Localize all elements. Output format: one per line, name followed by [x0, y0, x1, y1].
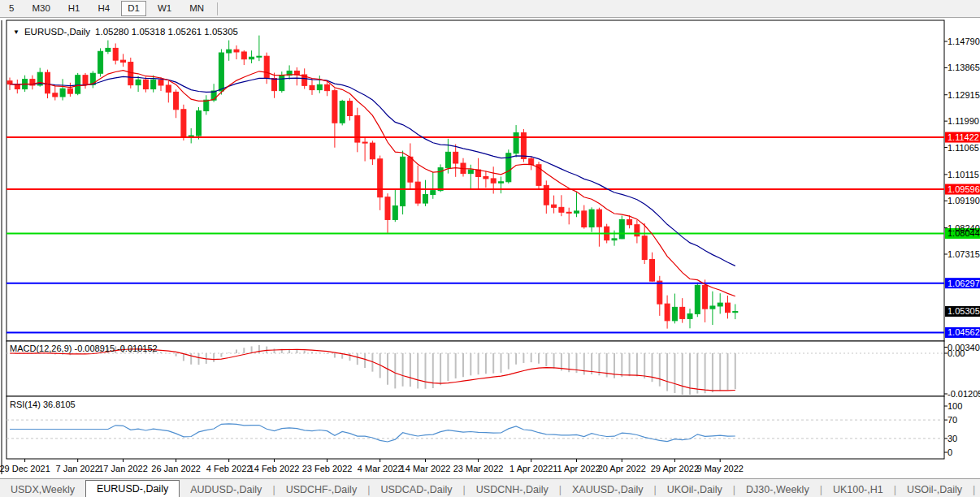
svg-text:26 Jan 2022: 26 Jan 2022 [151, 464, 201, 473]
svg-text:1.09596: 1.09596 [947, 184, 980, 194]
timeframe-button-W1[interactable]: W1 [151, 1, 178, 16]
svg-text:20 Apr 2022: 20 Apr 2022 [598, 464, 646, 473]
macd-indicator-label: MACD(12,26,9) -0.008915 -0.010152 [10, 344, 158, 353]
timeframe-button-H4[interactable]: H4 [91, 1, 116, 16]
svg-text:14 Mar 2022: 14 Mar 2022 [401, 464, 451, 473]
chart-title: ▼ EURUSD-,Daily 1.05280 1.05318 1.05261 … [13, 27, 238, 37]
svg-text:1.11422: 1.11422 [947, 132, 979, 142]
svg-text:-0.01205: -0.01205 [947, 389, 980, 399]
svg-text:100: 100 [947, 401, 962, 411]
svg-text:1.08240: 1.08240 [947, 223, 980, 233]
svg-text:4 Feb 2022: 4 Feb 2022 [206, 464, 252, 473]
chart-symbol-label: EURUSD-,Daily [24, 27, 90, 37]
tab-eurusd-daily[interactable]: EURUSD-,Daily [85, 480, 180, 497]
chart-canvas[interactable]: 1.114221.095961.080441.062971.045621.053… [0, 18, 980, 478]
svg-text:30: 30 [947, 434, 957, 443]
tab-usdx-weekly[interactable]: USDX,Weekly [0, 482, 85, 497]
chart-ohlc-values: 1.05280 1.05318 1.05261 1.05305 [95, 27, 238, 37]
svg-text:1.06297: 1.06297 [947, 279, 980, 288]
timeframe-button-H1[interactable]: H1 [62, 1, 87, 16]
svg-text:29 Apr 2022: 29 Apr 2022 [651, 464, 699, 473]
svg-text:1.10115: 1.10115 [947, 170, 979, 179]
svg-text:1.07315: 1.07315 [947, 249, 980, 259]
svg-text:1.04562: 1.04562 [947, 327, 980, 337]
tab-dj30-weekly[interactable]: DJ30-,Weekly [735, 482, 820, 497]
timeframe-button-M30[interactable]: M30 [25, 1, 56, 16]
tab-usoil-daily[interactable]: USOil-,Daily [896, 482, 973, 497]
date-axis: 29 Dec 20217 Jan 202217 Jan 202226 Jan 2… [0, 459, 744, 473]
svg-text:0.00: 0.00 [947, 348, 965, 358]
rsi-indicator-label: RSI(14) 36.8105 [10, 400, 76, 409]
svg-text:1.09190: 1.09190 [947, 196, 980, 205]
tab-audusd-daily[interactable]: AUDUSD-,Daily [180, 482, 272, 497]
tab-hk50-i[interactable]: HK50-,I [975, 482, 980, 497]
timeframe-button-5[interactable]: 5 [2, 1, 20, 16]
tab-usdcnh-daily[interactable]: USDCNH-,Daily [466, 482, 559, 497]
svg-text:70: 70 [947, 415, 957, 425]
symbol-dropdown-icon[interactable]: ▼ [13, 28, 20, 36]
svg-text:14 Feb 2022: 14 Feb 2022 [249, 464, 300, 473]
svg-text:29 Dec 2021: 29 Dec 2021 [0, 464, 50, 473]
svg-text:7 Jan 2022: 7 Jan 2022 [55, 464, 99, 473]
svg-text:1 Apr 2022: 1 Apr 2022 [510, 464, 553, 473]
svg-text:4 Mar 2022: 4 Mar 2022 [358, 464, 403, 473]
timeframe-toolbar: 5M30H1H4D1W1MN [0, 0, 980, 18]
svg-text:1.13865: 1.13865 [947, 63, 980, 72]
toolbar-separator [217, 2, 218, 15]
svg-text:0: 0 [947, 447, 952, 457]
tab-usdchf-daily[interactable]: USDCHF-,Daily [275, 482, 368, 497]
svg-text:1.14790: 1.14790 [947, 37, 980, 46]
svg-text:1.05305: 1.05305 [947, 306, 980, 316]
svg-text:1.12915: 1.12915 [947, 90, 980, 100]
svg-text:23 Feb 2022: 23 Feb 2022 [302, 464, 353, 473]
svg-text:23 Mar 2022: 23 Mar 2022 [453, 464, 504, 473]
svg-text:1.11065: 1.11065 [947, 143, 979, 153]
symbol-tab-bar: USDX,WeeklyEURUSD-,DailyAUDUSD-,Daily|US… [0, 478, 980, 497]
price-axis: 1.114221.095961.080441.062971.045621.053… [944, 37, 980, 338]
tab-xauusd-daily[interactable]: XAUUSD-,Daily [562, 482, 654, 497]
tab-uk100-h1[interactable]: UK100-,H1 [822, 482, 894, 497]
timeframe-button-MN[interactable]: MN [183, 1, 210, 16]
timeframe-button-D1[interactable]: D1 [121, 1, 146, 16]
tab-usdcad-daily[interactable]: USDCAD-,Daily [370, 482, 462, 497]
svg-text:1.11990: 1.11990 [947, 116, 979, 126]
svg-text:17 Jan 2022: 17 Jan 2022 [98, 464, 148, 473]
svg-text:11 Apr 2022: 11 Apr 2022 [553, 464, 601, 473]
tab-ukoil-daily[interactable]: UKOil-,Daily [657, 482, 733, 497]
svg-text:9 May 2022: 9 May 2022 [696, 464, 743, 473]
chart-window: 1.114221.095961.080441.062971.045621.053… [0, 18, 980, 478]
